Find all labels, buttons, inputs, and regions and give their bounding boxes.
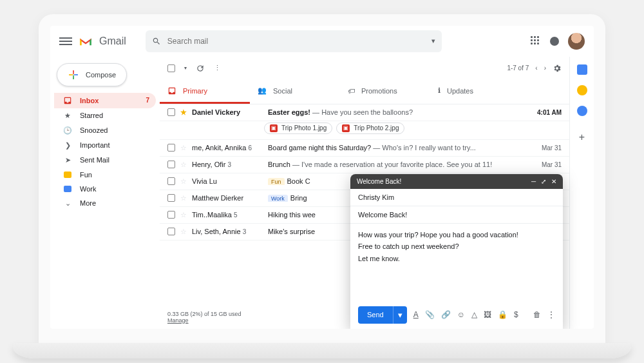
compose-header[interactable]: Welcome Back! ─ ⤢ ✕ (350, 174, 563, 189)
compose-body[interactable]: How was your trip? Hope you had a good v… (350, 224, 563, 301)
svg-rect-1 (74, 74, 78, 75)
apps-grid-icon[interactable] (531, 36, 541, 46)
fun-icon (63, 172, 72, 178)
emoji-icon[interactable]: ☺ (457, 310, 465, 319)
sidebar-item-more[interactable]: ⌄More (54, 196, 156, 211)
link-icon[interactable]: 🔗 (441, 310, 451, 319)
pager-prev-icon[interactable]: ‹ (535, 64, 537, 72)
tasks-addon-icon[interactable] (577, 106, 587, 116)
sender: me, Ankit, Annika 6 (192, 144, 263, 152)
sidebar-item-sent-mail[interactable]: ➤Sent Mail (54, 153, 156, 168)
hamburger-menu-icon[interactable] (59, 35, 72, 48)
category-tag: Fun (268, 178, 285, 185)
star-icon[interactable]: ☆ (180, 228, 187, 236)
clock-icon: 🕒 (63, 126, 72, 135)
sidebar-item-inbox[interactable]: Inbox7 (54, 93, 156, 108)
attachment-name: Trip Photo 2.jpg (354, 124, 399, 132)
image-icon[interactable]: 🖼 (484, 310, 491, 319)
sidebar-item-label: Inbox (80, 97, 99, 104)
sidebar-item-starred[interactable]: ★Starred (54, 108, 156, 123)
format-icon[interactable]: A (413, 310, 419, 319)
row-checkbox[interactable] (167, 161, 175, 168)
sidebar-item-count: 7 (146, 97, 149, 104)
compose-button[interactable]: Compose (57, 63, 127, 86)
compose-body-line: How was your trip? Hope you had a good v… (358, 229, 555, 241)
compose-subject-field[interactable]: Welcome Back! (350, 206, 563, 224)
category-tabs: Primary👥Social🏷PromotionsℹUpdates (160, 80, 569, 104)
email-row[interactable]: ☆Henry, Ofir 3Brunch — I've made a reser… (160, 157, 569, 173)
list-toolbar: ▾ ⋮ 1-7 of 7 ‹ › (160, 57, 569, 80)
send-icon: ➤ (63, 156, 72, 164)
tag-icon: 🏷 (348, 87, 355, 95)
svg-rect-0 (73, 70, 74, 74)
notifications-icon[interactable] (550, 37, 559, 46)
row-checkbox[interactable] (167, 228, 175, 235)
discard-icon[interactable]: 🗑 (533, 310, 541, 319)
row-checkbox[interactable] (167, 194, 175, 202)
keep-addon-icon[interactable] (577, 85, 587, 95)
sidebar-item-fun[interactable]: Fun (54, 168, 156, 182)
tab-primary[interactable]: Primary (160, 80, 250, 104)
refresh-icon[interactable] (196, 64, 205, 73)
confidential-icon[interactable]: 🔒 (498, 310, 507, 319)
sidebar-item-work[interactable]: Work (54, 182, 156, 196)
email-row[interactable]: ☆me, Ankit, Annika 6Board game night thi… (160, 140, 569, 157)
select-all-checkbox[interactable] (167, 64, 175, 72)
compose-body-line: Free to catch up next weekend? (358, 240, 555, 253)
svg-rect-3 (69, 74, 73, 75)
minimize-icon[interactable]: ─ (531, 178, 536, 185)
star-icon[interactable]: ☆ (180, 144, 187, 152)
row-checkbox[interactable] (167, 108, 175, 116)
star-icon[interactable]: ★ (180, 108, 187, 117)
send-more-button[interactable]: ▾ (393, 306, 407, 324)
search-options-icon[interactable]: ▾ (431, 37, 435, 45)
send-button[interactable]: Send (358, 306, 393, 324)
tab-social[interactable]: 👥Social (250, 80, 340, 104)
sidebar-item-label: More (80, 199, 96, 207)
pager-next-icon[interactable]: › (544, 64, 546, 72)
more-icon: ⌄ (63, 199, 72, 208)
drive-icon[interactable]: △ (471, 310, 477, 319)
sidebar-item-label: Important (80, 141, 109, 149)
compose-more-icon[interactable]: ⋮ (547, 310, 555, 319)
tab-promotions[interactable]: 🏷Promotions (340, 80, 430, 104)
row-checkbox[interactable] (167, 177, 175, 185)
star-icon: ★ (63, 112, 72, 120)
search-icon (152, 37, 161, 46)
calendar-addon-icon[interactable] (577, 64, 587, 75)
row-checkbox[interactable] (167, 211, 175, 219)
sender: Daniel Vickery (192, 108, 263, 116)
compose-to-field[interactable]: Christy Kim (350, 189, 563, 206)
close-icon[interactable]: ✕ (551, 178, 556, 185)
sidebar-item-important[interactable]: ❯Important (54, 138, 156, 153)
tab-updates[interactable]: ℹUpdates (430, 80, 520, 104)
email-row[interactable]: ★Daniel VickeryEaster eggs! — Have you s… (160, 104, 569, 121)
expand-icon[interactable]: ⤢ (541, 178, 546, 185)
row-checkbox[interactable] (167, 144, 175, 152)
money-icon[interactable]: $ (514, 310, 518, 319)
sidebar-item-label: Snoozed (80, 126, 108, 134)
star-icon[interactable]: ☆ (180, 194, 187, 202)
settings-gear-icon[interactable] (553, 64, 562, 73)
star-icon[interactable]: ☆ (180, 161, 187, 169)
account-avatar[interactable] (568, 33, 585, 50)
attachment-chip[interactable]: ▣Trip Photo 1.jpg (264, 123, 332, 134)
star-icon[interactable]: ☆ (180, 177, 187, 186)
storage-manage-link[interactable]: Manage (167, 317, 189, 324)
star-icon[interactable]: ☆ (180, 211, 187, 219)
more-icon[interactable]: ⋮ (214, 64, 222, 72)
tab-label: Social (273, 87, 292, 95)
search-input[interactable] (167, 37, 425, 46)
brand-label: Gmail (99, 35, 126, 47)
attachment-chip[interactable]: ▣Trip Photo 2.jpg (336, 123, 404, 134)
attach-icon[interactable]: 📎 (425, 310, 435, 319)
sidebar-item-label: Sent Mail (80, 156, 109, 164)
sidebar-item-snoozed[interactable]: 🕒Snoozed (54, 123, 156, 138)
compose-toolbar: Send ▾ A 📎 🔗 ☺ △ 🖼 🔒 $ 🗑 ⋮ (350, 301, 563, 329)
select-dropdown-icon[interactable]: ▾ (184, 65, 187, 71)
subject-snippet: Easter eggs! — Have you seen the balloon… (268, 108, 526, 116)
search-bar[interactable]: ▾ (146, 30, 442, 52)
subject-snippet: Board game night this Saturday? — Who's … (268, 144, 526, 152)
side-panel: + (569, 57, 594, 329)
add-addon-icon[interactable]: + (579, 132, 585, 143)
